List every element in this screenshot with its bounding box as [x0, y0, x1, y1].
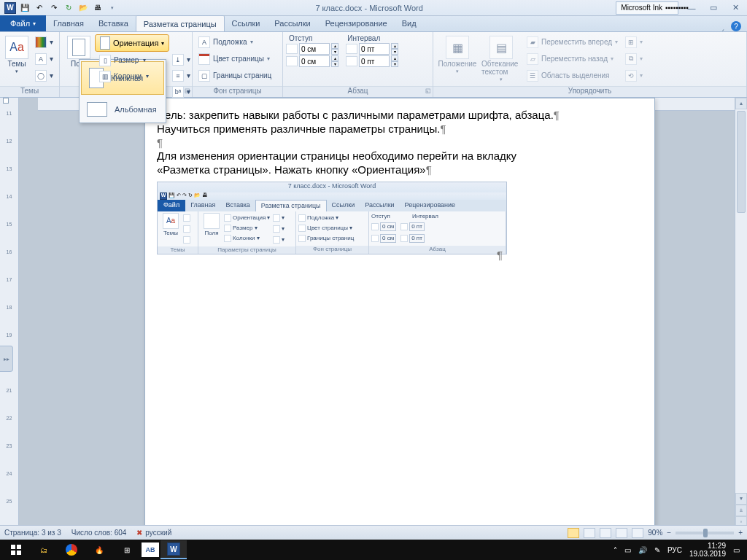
microsoft-ink-button[interactable]: Microsoft Ink▪▪▪▪▪▪▪▪▪ [616, 1, 678, 15]
view-outline-button[interactable] [616, 528, 627, 538]
task-word[interactable]: W [160, 540, 187, 559]
help-icon[interactable]: ? [731, 21, 741, 31]
breaks-button[interactable]: ⤓▾ [169, 52, 193, 67]
minimize-ribbon-icon[interactable]: ˏ [721, 22, 725, 31]
task-chrome[interactable] [58, 540, 85, 559]
indent-left-input[interactable] [299, 43, 330, 55]
scroll-up-button[interactable]: ▴ [735, 98, 747, 109]
tab-mailings[interactable]: Рассылки [267, 15, 317, 31]
tab-references[interactable]: Ссылки [225, 15, 268, 31]
themes-button[interactable]: Aa Темы ▾ [3, 34, 31, 76]
task-calculator[interactable]: ⊞ [114, 540, 140, 559]
word-icon: W [4, 2, 16, 14]
tab-insert[interactable]: Вставка [91, 15, 136, 31]
view-web-button[interactable] [600, 528, 611, 538]
undo-icon[interactable]: ↶ [34, 2, 45, 14]
orientation-button-wrapper: Ориентация ▾ ▯Размер▾ ▥Колонки▾ ⤓▾ ≡▾ bª… [95, 34, 169, 84]
theme-effects-button[interactable]: ◯▾ [32, 68, 56, 83]
tray-network-icon[interactable]: ▭ [624, 546, 631, 554]
tray-volume-icon[interactable]: 🔊 [638, 546, 647, 554]
indent-right-field[interactable]: ▴▾ [286, 55, 338, 67]
align-button[interactable]: ⊞ [622, 34, 646, 50]
paragraph-launcher-icon[interactable]: ◱ [425, 88, 431, 94]
view-draft-button[interactable] [632, 528, 643, 538]
space-after-field[interactable]: ▴▾ [346, 55, 398, 67]
zoom-in-button[interactable]: + [738, 529, 743, 537]
vertical-scrollbar[interactable]: ▴ ▾ ± ◦ ∓ [735, 98, 747, 540]
tab-page-layout[interactable]: Разметка страницы [136, 15, 225, 31]
space-before-field[interactable]: ▴▾ [346, 43, 398, 55]
wrap-text-button[interactable]: ▤ Обтекание текстом▾ [480, 34, 522, 84]
scroll-thumb[interactable] [737, 111, 746, 213]
watermark-button[interactable]: AПодложка [196, 34, 279, 50]
refresh-icon[interactable]: ↻ [63, 2, 74, 14]
window-title: 7 класс.docx - Microsoft Word [123, 4, 616, 12]
mini-tab-mailings: Рассылки [360, 200, 399, 211]
task-flame-app[interactable]: 🔥 [86, 540, 112, 559]
space-after-input[interactable] [359, 55, 390, 67]
size-button[interactable]: ▯Размер▾ [96, 52, 169, 68]
orientation-landscape-item[interactable]: Альбомная [80, 96, 166, 122]
view-full-screen-button[interactable] [584, 528, 595, 538]
windows-taskbar: 🗂 🔥 ⊞ AB W ˄ ▭ 🔊 ✎ РУС 11:29 19.03.2019 … [0, 540, 747, 560]
tab-home[interactable]: Главная [46, 15, 91, 31]
page-borders-button[interactable]: ▢Границы страниц [196, 68, 279, 83]
bring-forward-button[interactable]: ▰Переместить вперед [524, 34, 621, 50]
tray-overflow-icon[interactable]: ˄ [614, 546, 617, 554]
zoom-slider-knob[interactable] [703, 529, 708, 537]
theme-fonts-button[interactable]: A▾ [32, 51, 56, 66]
redo-icon[interactable]: ↷ [48, 2, 60, 14]
task-file-explorer[interactable]: 🗂 [31, 540, 57, 559]
close-button[interactable]: ✕ [727, 1, 744, 15]
save-icon[interactable]: 💾 [19, 2, 31, 14]
open-icon[interactable]: 📂 [77, 2, 89, 14]
group-objects-button[interactable]: ⧉ [622, 51, 646, 66]
theme-colors-button[interactable]: ▾ [32, 34, 56, 50]
line-numbers-button[interactable]: ≡▾ [169, 68, 193, 83]
tray-pen-icon[interactable]: ✎ [654, 546, 660, 554]
orientation-icon [100, 36, 110, 50]
space-after-icon [346, 56, 357, 66]
tab-review[interactable]: Рецензирование [318, 15, 395, 31]
space-before-input[interactable] [359, 43, 390, 55]
qat-more-icon[interactable]: ▾ [107, 2, 118, 14]
selection-pane-button[interactable]: ☰Область выделения [524, 68, 621, 83]
zoom-out-button[interactable]: − [667, 529, 671, 537]
tray-clock[interactable]: 11:29 19.03.2019 [689, 542, 726, 558]
indent-right-input[interactable] [299, 55, 330, 67]
tab-file[interactable]: Файл▾ [0, 15, 46, 31]
svg-rect-3 [17, 551, 21, 555]
rotate-button[interactable]: ⟲ [622, 68, 646, 83]
side-panel-handle[interactable]: ▸▸ [0, 346, 13, 372]
status-page[interactable]: Страница: 3 из 3 [4, 529, 61, 537]
view-print-layout-button[interactable] [568, 528, 579, 538]
minimize-button[interactable]: — [683, 1, 700, 15]
columns-button[interactable]: ▥Колонки▾ [96, 69, 169, 84]
hyphenation-button[interactable]: bª▾ [169, 84, 193, 99]
title-bar: W 💾 ↶ ↷ ↻ 📂 🖶 ▾ 7 класс.docx - Microsoft… [0, 0, 747, 16]
tray-notifications-icon[interactable]: ▭ [733, 546, 740, 554]
document-page[interactable]: Цель: закрепить навыки работы с различны… [144, 98, 655, 528]
position-button[interactable]: ▦ Положение▾ [436, 34, 479, 76]
zoom-level[interactable]: 90% [648, 529, 662, 537]
quick-print-icon[interactable]: 🖶 [92, 2, 104, 14]
zoom-slider[interactable] [676, 532, 734, 534]
send-backward-button[interactable]: ▱Переместить назад [524, 51, 621, 66]
task-ab-app[interactable]: AB [142, 542, 159, 557]
status-word-count[interactable]: Число слов: 604 [71, 529, 127, 537]
page-color-button[interactable]: Цвет страницы [196, 51, 279, 66]
mini-tabs: Файл Главная Вставка Разметка страницы С… [158, 200, 506, 211]
status-language[interactable]: ✖русский [136, 529, 171, 537]
scroll-down-button[interactable]: ▾ [735, 493, 747, 505]
embedded-screenshot: 7 класс.docx - Microsoft Word W 💾 ↶ ↷ ↻ … [157, 182, 507, 254]
indent-left-field[interactable]: ▴▾ [286, 43, 338, 55]
prev-page-button[interactable]: ± [735, 505, 747, 516]
line-numbers-icon: ≡ [172, 70, 184, 82]
orientation-button[interactable]: Ориентация ▾ [95, 34, 169, 52]
tab-view[interactable]: Вид [395, 15, 424, 31]
start-button[interactable] [3, 540, 29, 559]
ink-label: Microsoft Ink [621, 4, 662, 12]
tray-language[interactable]: РУС [667, 546, 682, 554]
maximize-button[interactable]: ▭ [705, 1, 722, 15]
themes-icon: Aa [5, 36, 28, 59]
